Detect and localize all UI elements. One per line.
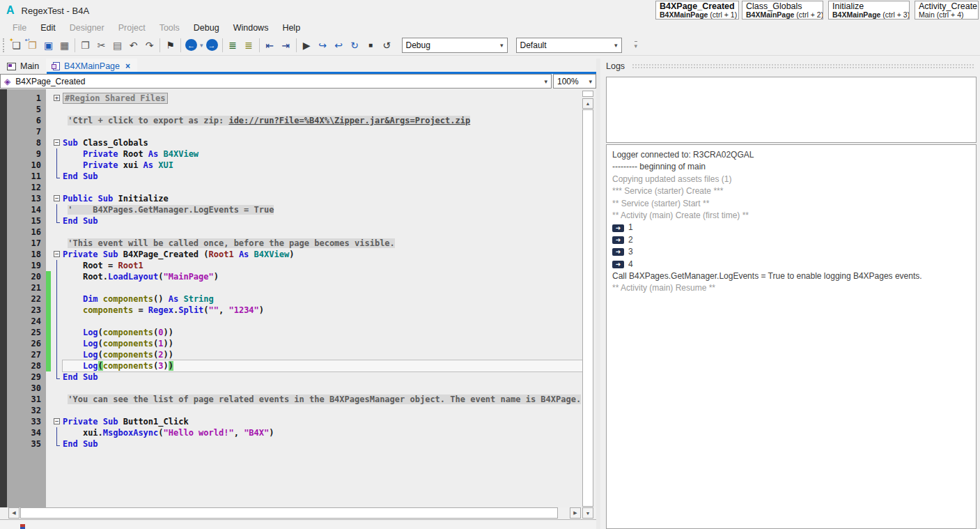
- token-l[interactable]: ide://run?File=%B4X%\Zipper.jar&Args=Pro…: [228, 116, 470, 125]
- panel-splitter[interactable]: [596, 59, 600, 529]
- code-line[interactable]: 10Private xui As XUI: [0, 160, 582, 171]
- menu-designer[interactable]: Designer: [63, 22, 111, 34]
- code-line[interactable]: 32: [0, 405, 582, 416]
- code-line[interactable]: 21: [0, 282, 582, 293]
- restart-button[interactable]: ↺: [379, 37, 395, 53]
- step-into-button[interactable]: ↪: [315, 37, 331, 53]
- logs-output-box[interactable]: Logger connected to: R3CRA02QGAL--------…: [606, 144, 977, 529]
- toolbar-overflow[interactable]: ▾: [635, 41, 638, 49]
- chevron-down-icon[interactable]: ▾: [544, 78, 547, 85]
- paste-button[interactable]: ▤: [109, 37, 125, 53]
- line-number[interactable]: 34: [0, 427, 46, 438]
- line-number[interactable]: 16: [0, 227, 46, 238]
- uncomment-button[interactable]: ≣: [241, 37, 257, 53]
- collapse-region-icon[interactable]: −: [54, 418, 60, 424]
- fold-column[interactable]: −: [53, 416, 63, 427]
- scroll-right-button[interactable]: ▶: [570, 507, 581, 519]
- comment-button[interactable]: ≣: [225, 37, 241, 53]
- line-number[interactable]: 19: [0, 260, 46, 271]
- code-line[interactable]: 1+#Region Shared Files: [0, 93, 582, 104]
- line-number[interactable]: 25: [0, 327, 46, 338]
- menu-edit[interactable]: Edit: [33, 22, 63, 34]
- code-line[interactable]: 19Root = Root1: [0, 260, 582, 271]
- menu-tools[interactable]: Tools: [153, 22, 187, 34]
- code-line[interactable]: 12: [0, 182, 582, 193]
- code-line[interactable]: 27Log(components(2)): [0, 349, 582, 360]
- line-number[interactable]: 21: [0, 282, 46, 293]
- line-number[interactable]: 20: [0, 271, 46, 282]
- run-button[interactable]: ▶: [299, 37, 315, 53]
- navigate-forward-button[interactable]: →: [204, 37, 220, 53]
- code-line[interactable]: 6'Ctrl + click to export as zip: ide://r…: [0, 115, 582, 126]
- code-line[interactable]: 18−Private Sub B4XPage_Created (Root1 As…: [0, 249, 582, 260]
- menu-windows[interactable]: Windows: [226, 22, 276, 34]
- fold-column[interactable]: +: [53, 93, 63, 104]
- logs-filter-box[interactable]: [606, 77, 977, 143]
- code-line[interactable]: 22Dim components() As String: [0, 293, 582, 305]
- line-number[interactable]: 23: [0, 305, 46, 316]
- line-number[interactable]: 8: [0, 137, 46, 148]
- fold-column[interactable]: −: [53, 249, 63, 260]
- line-number[interactable]: 14: [0, 204, 46, 215]
- line-number[interactable]: 35: [0, 438, 46, 450]
- close-icon[interactable]: ×: [125, 61, 130, 71]
- tab-main[interactable]: Main: [0, 59, 46, 74]
- code-line[interactable]: 9Private Root As B4XView: [0, 148, 582, 160]
- horizontal-scroll-thumb[interactable]: [20, 507, 558, 519]
- indent-button[interactable]: ⇥: [278, 37, 294, 53]
- editor-horizontal-scrollbar[interactable]: ◀ ▶: [8, 507, 581, 519]
- line-number[interactable]: 26: [0, 338, 46, 349]
- code-editor[interactable]: 1+#Region Shared Files56'Ctrl + click to…: [0, 89, 596, 507]
- fold-column[interactable]: −: [53, 193, 63, 204]
- code-line[interactable]: 31'You can see the list of page related …: [0, 394, 582, 405]
- export-button[interactable]: ▦: [56, 37, 72, 53]
- menu-project[interactable]: Project: [111, 22, 153, 34]
- line-number[interactable]: 29: [0, 371, 46, 383]
- copy-button[interactable]: ❐: [77, 37, 93, 53]
- expand-region-icon[interactable]: +: [54, 95, 60, 101]
- code-line[interactable]: 30: [0, 383, 582, 394]
- split-handle[interactable]: [582, 91, 593, 97]
- quick-jump-box-b4xpage_created[interactable]: B4XPage_CreatedB4XMainPage (ctrl + 1): [655, 1, 739, 20]
- line-number[interactable]: 13: [0, 193, 46, 204]
- menu-help[interactable]: Help: [275, 22, 307, 34]
- quick-jump-box-initialize[interactable]: InitializeB4XMainPage (ctrl + 3): [828, 1, 910, 20]
- line-number[interactable]: 33: [0, 416, 46, 427]
- new-button[interactable]: ❏✦: [8, 37, 24, 53]
- scroll-down-button[interactable]: ▼: [582, 507, 593, 519]
- line-number[interactable]: 12: [0, 182, 46, 193]
- bookmark-button[interactable]: ⚑: [162, 37, 178, 53]
- scroll-up-button[interactable]: ▲: [582, 98, 593, 109]
- line-number[interactable]: 24: [0, 316, 46, 327]
- code-line[interactable]: 33−Private Sub Button1_Click: [0, 416, 582, 427]
- code-line[interactable]: 15End Sub: [0, 215, 582, 227]
- code-line[interactable]: 17'This event will be called once, befor…: [0, 238, 582, 249]
- save-button[interactable]: ▣: [40, 37, 56, 53]
- navigate-back-dropdown[interactable]: ▾: [200, 42, 203, 49]
- chevron-down-icon[interactable]: ▾: [500, 42, 504, 49]
- line-number[interactable]: 10: [0, 160, 46, 171]
- line-number[interactable]: 11: [0, 171, 46, 182]
- line-number[interactable]: 15: [0, 215, 46, 227]
- collapse-region-icon[interactable]: −: [54, 195, 60, 201]
- line-number[interactable]: 22: [0, 293, 46, 305]
- code-line[interactable]: 20Root.LoadLayout("MainPage"): [0, 271, 582, 282]
- line-number[interactable]: 1: [0, 93, 46, 104]
- outdent-button[interactable]: ⇤: [262, 37, 278, 53]
- menu-debug[interactable]: Debug: [187, 22, 226, 34]
- undo-button[interactable]: ↶: [125, 37, 141, 53]
- open-button[interactable]: ❐↩: [24, 37, 40, 53]
- code-line[interactable]: 7: [0, 126, 582, 137]
- navigate-back-button[interactable]: ←: [183, 37, 199, 53]
- code-line[interactable]: 11End Sub: [0, 171, 582, 182]
- code-line[interactable]: 23components = Regex.Split("", "1234"): [0, 305, 582, 316]
- cut-button[interactable]: ✂: [93, 37, 109, 53]
- member-selector-combo[interactable]: ◈ B4XPage_Created ▾: [0, 74, 552, 89]
- code-line[interactable]: 26Log(components(1)): [0, 338, 582, 349]
- editor-vertical-scrollbar[interactable]: ▲: [582, 91, 593, 507]
- step-out-button[interactable]: ↻: [347, 37, 363, 53]
- code-line[interactable]: 14' B4XPages.GetManager.LogEvents = True: [0, 204, 582, 215]
- vertical-scroll-thumb[interactable]: [582, 109, 593, 507]
- redo-button[interactable]: ↷: [141, 37, 157, 53]
- line-number[interactable]: 27: [0, 349, 46, 360]
